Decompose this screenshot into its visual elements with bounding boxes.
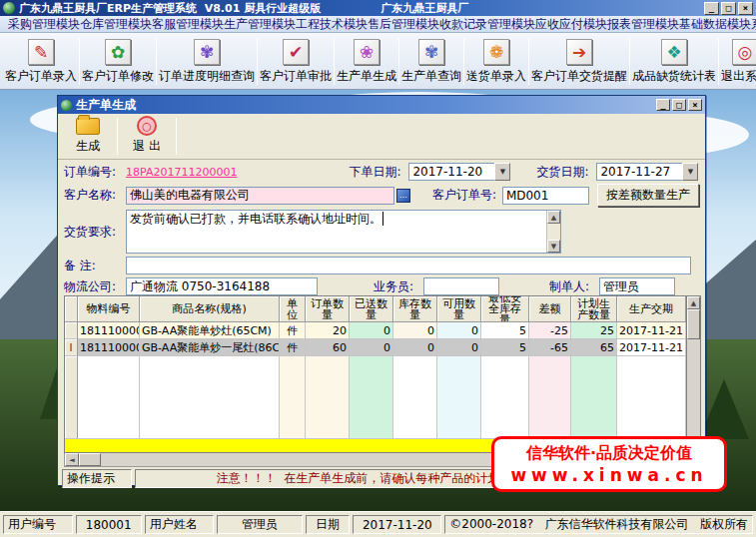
col-material-no[interactable]: 物料编号 [78,296,140,322]
menu-production[interactable]: 生产管理模块 [224,16,296,33]
toolbar-separator [117,118,118,155]
menu-system-functions[interactable]: 系统功能模块 [751,16,756,33]
col-available-qty[interactable]: 可用数量 [437,296,481,322]
menu-payment-records[interactable]: 收款记录管理模块 [439,16,535,33]
production-generate-icon: ❀ [354,39,379,65]
order-date-select[interactable]: 2017-11-20 ▼ [408,163,510,181]
dialog-maximize-icon[interactable]: □ [672,99,686,111]
menu-aftersale[interactable]: 售后管理模块 [368,16,439,33]
main-toolbar: ✎ 客户订单录入 ✿ 客户订单修改 ✾ 订单进度明细查询 ✔ 客户订单审批 ❀ … [0,33,756,90]
menu-reports[interactable]: 报表管理模块 [607,16,679,33]
user-name-label: 用户姓名 [145,515,215,534]
user-name-value: 管理员 [217,515,302,534]
col-sent-qty[interactable]: 已送数量 [350,296,393,322]
remark-label: 备 注: [64,258,126,274]
menu-engineering[interactable]: 工程技术模块 [296,16,368,33]
toolbar-order-approve-button[interactable]: ✔ 客户订单审批 [259,35,333,88]
dialog-icon [61,100,72,111]
toolbar-separator [528,38,529,85]
col-min-safe-stock[interactable]: 最低安全库存量 [481,296,529,322]
salesman-input[interactable] [423,277,499,295]
order-date-label: 下单日期: [349,164,408,181]
scroll-up-icon[interactable]: ▲ [687,296,700,309]
copyright-text: ©2000-2018? 广东信华软件科技有限公司 版权所有 [444,515,753,534]
maximize-icon[interactable]: □ [721,2,736,15]
exit-system-icon: ◎ [732,39,756,65]
toolbar-delivery-remind-button[interactable]: ➔ 客户订单交货提醒 [530,35,628,88]
toolbar-production-query-button[interactable]: ✾ 生产单查询 [400,35,462,88]
dialog-close-icon[interactable]: × [688,99,702,111]
grid-vertical-scrollbar[interactable]: ▲ ▼ [686,296,700,452]
customer-input[interactable]: 佛山美的电器有限公司 [126,187,394,205]
maker-input[interactable]: 管理员 [599,277,675,295]
scroll-left-icon[interactable]: ◄ [65,453,79,466]
dialog-minimize-icon[interactable]: _ [656,99,670,111]
col-unit[interactable]: 单位 [280,296,306,322]
date-value: 2017-11-20 [353,515,441,534]
customer-order-input[interactable]: MD001 [502,187,589,205]
col-difference[interactable]: 差额 [529,296,571,322]
col-planned-qty[interactable]: 计划生产数量 [571,296,617,322]
scroll-up-icon[interactable]: ▲ [547,211,560,224]
toolbar-production-generate-button[interactable]: ❀ 生产单生成 [336,35,397,88]
grid-empty-area [65,356,686,438]
generate-button[interactable]: 生成 [62,116,114,157]
toolbar-order-entry-button[interactable]: ✎ 客户订单录入 [4,35,78,88]
customer-lookup-icon[interactable]: … [396,189,410,203]
toolbar-separator [334,38,335,85]
vendor-watermark: 信华软件·品质决定价值 www.xinwa.cn [491,436,727,492]
toolbar-order-progress-query-button[interactable]: ✾ 订单进度明细查询 [158,35,256,88]
col-stock-qty[interactable]: 库存数量 [393,296,437,322]
col-delivery-date[interactable]: 生产交期 [617,296,686,322]
menu-purchase[interactable]: 采购管理模块 [8,16,80,33]
row-indicator [65,322,78,339]
col-product-name[interactable]: 商品名称(规格) [140,296,280,322]
diff-qty-produce-button[interactable]: 按差额数量生产 [597,184,699,207]
scrollbar-thumb[interactable] [79,453,101,466]
order-form: 订单编号: 18PA201711200001 下单日期: 2017-11-20 … [58,160,705,295]
row-indicator-current: I [65,339,78,356]
menu-base-data[interactable]: 基础数据模块 [679,16,751,33]
toolbar-separator [176,118,177,155]
dialog-toolbar: 生成 ○ 退 出 [58,114,705,160]
remark-input[interactable] [126,257,691,274]
close-icon[interactable]: × [738,2,753,15]
table-row[interactable]: 1811100001 GB-AA聚能单炒灶(65CM) 件 20 0 0 0 5… [65,322,686,339]
toolbar-separator [463,38,464,85]
menu-warehouse[interactable]: 仓库管理模块 [80,16,152,33]
table-row-selected[interactable]: I 1811100002 GB-AA聚能单炒一尾灶(86CM) 件 60 0 0… [65,339,686,356]
customer-label: 客户名称: [64,187,126,204]
logistics-input[interactable]: 广通物流 0750-3164188 [126,277,318,295]
row-indicator-header [65,296,78,322]
power-icon: ○ [137,116,157,136]
toolbar-separator [718,38,719,85]
textarea-scrollbar[interactable]: ▲ ▼ [546,211,560,253]
order-progress-query-icon: ✾ [194,39,220,65]
toolbar-order-edit-button[interactable]: ✿ 客户订单修改 [81,35,155,88]
logistics-label: 物流公司: [64,278,126,295]
delivery-remind-icon: ➔ [566,39,592,65]
toolbar-separator [257,38,258,85]
order-no-link[interactable]: 18PA201711200001 [126,166,237,179]
toolbar-exit-system-button[interactable]: ◎ 退出系统 [720,35,756,88]
menu-customer-service[interactable]: 客服管理模块 [152,16,224,33]
delivery-date-select[interactable]: 2017-11-27 ▼ [596,163,698,181]
delivery-req-textarea[interactable]: 发货前确认已打款，并电话联系确认地址时间。 ▲ ▼ [126,210,561,254]
text-caret [382,212,383,226]
toolbar-shortage-report-button[interactable]: ❖ 成品缺货统计表 [631,35,717,88]
menu-receivable-payable[interactable]: 应收应付模块 [535,16,607,33]
operation-hint-label: 操作提示 [62,469,132,488]
scroll-down-icon[interactable]: ▼ [547,240,560,253]
scrollbar-thumb[interactable] [687,309,700,339]
exit-button[interactable]: ○ 退 出 [121,116,173,157]
col-order-qty[interactable]: 订单数量 [306,296,350,322]
dialog-title: 生产单生成 [76,97,656,114]
chevron-down-icon[interactable]: ▼ [494,163,510,181]
toolbar-delivery-entry-button[interactable]: ❁ 送货单录入 [465,35,527,88]
chevron-down-icon[interactable]: ▼ [682,163,698,181]
app-icon [3,2,15,14]
minimize-icon[interactable]: _ [704,2,719,15]
main-titlebar: 广东九鼎王厨具厂ERP生产管理系统 V8.01 厨具行业超级版 广东九鼎王厨具厂… [0,0,756,16]
delivery-entry-icon: ❁ [483,39,509,65]
order-edit-icon: ✿ [105,39,131,65]
